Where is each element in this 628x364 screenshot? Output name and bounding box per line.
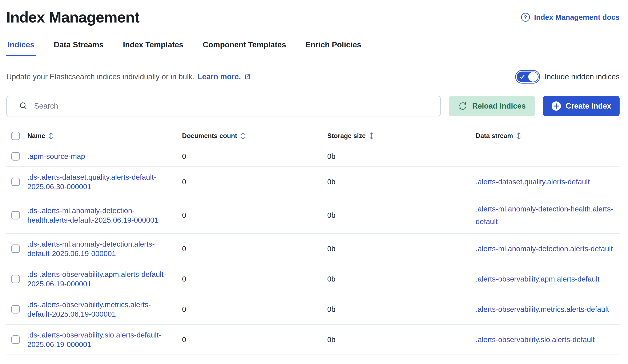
data-stream-cell: .alerts-observability.metrics.alerts-def…	[476, 303, 620, 316]
index-name-link[interactable]: .ds-.alerts-observability.metrics.alerts…	[27, 300, 173, 319]
row-checkbox[interactable]	[11, 152, 20, 160]
storage-size-value: 0b	[327, 211, 476, 219]
row-checkbox[interactable]	[11, 244, 20, 253]
data-stream-link[interactable]: .alerts-dataset.quality.alerts-default	[476, 175, 615, 188]
index-name-cell: .ds-.alerts-observability.slo.alerts-def…	[27, 330, 182, 349]
data-stream-cell: .alerts-observability.apm.alerts-default	[476, 273, 620, 285]
toggle-knob	[528, 72, 538, 82]
indices-table: NameDocuments countStorage sizeData stre…	[6, 127, 620, 355]
table-row: .ds-.alerts-observability.slo.alerts-def…	[6, 325, 620, 355]
table-row: .ds-.alerts-ml.anomaly-detection.alerts-…	[6, 234, 620, 264]
sort-icon	[48, 132, 53, 140]
data-stream-link[interactable]: .alerts-observability.slo.alerts-default	[476, 333, 615, 346]
documents-count-value: 0	[182, 305, 327, 313]
tab-data-streams[interactable]: Data Streams	[53, 40, 105, 56]
data-stream-link[interactable]: .alerts-ml.anomaly-detection-health.aler…	[476, 203, 615, 228]
table-row: .ds-.alerts-ml.anomaly-detection-health.…	[6, 197, 620, 234]
index-name-cell: .ds-.alerts-observability.metrics.alerts…	[27, 300, 182, 319]
index-management-page: Index Management ? Index Management docs…	[0, 0, 628, 364]
row-checkbox[interactable]	[11, 275, 20, 283]
toggle-check-icon	[519, 74, 525, 79]
learn-more-label: Learn more.	[197, 73, 241, 81]
search-input[interactable]	[34, 102, 434, 110]
intro-row: Update your Elasticsearch indices indivi…	[6, 70, 620, 84]
learn-more-link[interactable]: Learn more.	[197, 73, 250, 81]
page-header: Index Management ? Index Management docs	[6, 7, 620, 27]
storage-size-value: 0b	[327, 275, 476, 283]
index-name-link[interactable]: .ds-.alerts-observability.slo.alerts-def…	[27, 330, 173, 349]
external-link-icon	[244, 73, 251, 80]
column-header-label: Storage size	[327, 132, 366, 140]
docs-link[interactable]: ? Index Management docs	[521, 13, 620, 22]
table-row: .ds-.alerts-observability.metrics.alerts…	[6, 294, 620, 325]
data-stream-link[interactable]: .alerts-observability.apm.alerts-default	[476, 273, 615, 285]
index-name-link[interactable]: .ds-.alerts-ml.anomaly-detection-health.…	[27, 206, 173, 225]
documents-count-value: 0	[182, 335, 327, 344]
storage-size-value: 0b	[327, 178, 476, 186]
tab-bar: IndicesData StreamsIndex TemplatesCompon…	[6, 40, 620, 56]
row-checkbox[interactable]	[11, 335, 20, 344]
storage-size-value: 0b	[327, 335, 476, 344]
refresh-icon	[458, 101, 468, 111]
table-body: .apm-source-map00b.ds-.alerts-dataset.qu…	[6, 146, 620, 355]
column-header-label: Name	[27, 132, 45, 140]
controls-row: Reload indices Create index	[6, 96, 620, 116]
data-stream-link[interactable]: .alerts-ml.anomaly-detection.alerts-defa…	[476, 242, 615, 255]
tab-indices[interactable]: Indices	[6, 40, 36, 56]
table-header-row: NameDocuments countStorage sizeData stre…	[6, 127, 620, 146]
page-title: Index Management	[6, 9, 139, 26]
table-row: .ds-.alerts-dataset.quality.alerts-defau…	[6, 167, 620, 197]
search-box	[6, 96, 441, 116]
index-name-link[interactable]: .ds-.alerts-observability.apm.alerts-def…	[27, 270, 173, 289]
column-header-storage-size[interactable]: Storage size	[327, 132, 476, 140]
index-name-link[interactable]: .apm-source-map	[27, 151, 173, 161]
documents-count-value: 0	[182, 211, 327, 219]
tab-index-templates[interactable]: Index Templates	[122, 40, 185, 56]
index-name-cell: .ds-.alerts-dataset.quality.alerts-defau…	[27, 172, 182, 191]
storage-size-value: 0b	[327, 244, 476, 253]
sort-icon	[369, 132, 374, 140]
documents-count-value: 0	[182, 152, 327, 160]
create-index-label: Create index	[566, 102, 611, 110]
documents-count-value: 0	[182, 244, 327, 253]
data-stream-cell: .alerts-observability.slo.alerts-default	[476, 333, 620, 346]
documents-count-value: 0	[182, 275, 327, 283]
sort-icon	[516, 132, 521, 140]
include-hidden-indices-toggle[interactable]	[515, 70, 540, 83]
data-stream-cell: .alerts-ml.anomaly-detection.alerts-defa…	[476, 242, 620, 255]
plus-in-circle-icon	[551, 101, 561, 111]
column-header-name[interactable]: Name	[27, 132, 182, 140]
index-name-cell: .ds-.alerts-observability.apm.alerts-def…	[27, 270, 182, 289]
table-row: .apm-source-map00b	[6, 146, 620, 167]
index-name-cell: .apm-source-map	[27, 151, 182, 161]
index-name-cell: .ds-.alerts-ml.anomaly-detection-health.…	[27, 206, 182, 225]
tab-enrich-policies[interactable]: Enrich Policies	[304, 40, 362, 56]
select-all-checkbox[interactable]	[11, 132, 20, 140]
data-stream-link[interactable]: .alerts-observability.metrics.alerts-def…	[476, 303, 615, 316]
toggle-label: Include hidden indices	[545, 73, 620, 81]
search-icon	[19, 102, 28, 110]
reload-indices-button[interactable]: Reload indices	[449, 96, 535, 116]
row-checkbox[interactable]	[11, 211, 20, 219]
index-name-link[interactable]: .ds-.alerts-dataset.quality.alerts-defau…	[27, 172, 173, 191]
question-in-circle-icon: ?	[521, 13, 530, 22]
column-header-data-stream[interactable]: Data stream	[476, 132, 620, 140]
tab-component-templates[interactable]: Component Templates	[201, 40, 287, 56]
storage-size-value: 0b	[327, 305, 476, 313]
column-header-documents-count[interactable]: Documents count	[182, 132, 327, 140]
row-checkbox[interactable]	[11, 305, 20, 313]
hidden-indices-toggle-wrap: Include hidden indices	[515, 70, 620, 83]
table-row: .ds-.alerts-observability.apm.alerts-def…	[6, 264, 620, 294]
column-header-label: Documents count	[182, 132, 237, 140]
row-checkbox[interactable]	[11, 178, 20, 186]
index-name-cell: .ds-.alerts-ml.anomaly-detection.alerts-…	[27, 239, 182, 258]
column-header-label: Data stream	[476, 132, 513, 140]
create-index-button[interactable]: Create index	[543, 96, 620, 116]
data-stream-cell: .alerts-ml.anomaly-detection-health.aler…	[476, 203, 620, 228]
reload-indices-label: Reload indices	[472, 102, 526, 110]
intro-text: Update your Elasticsearch indices indivi…	[6, 73, 194, 81]
data-stream-cell: .alerts-dataset.quality.alerts-default	[476, 175, 620, 188]
index-name-link[interactable]: .ds-.alerts-ml.anomaly-detection.alerts-…	[27, 239, 173, 258]
docs-link-label: Index Management docs	[534, 13, 620, 21]
sort-icon	[240, 132, 245, 140]
